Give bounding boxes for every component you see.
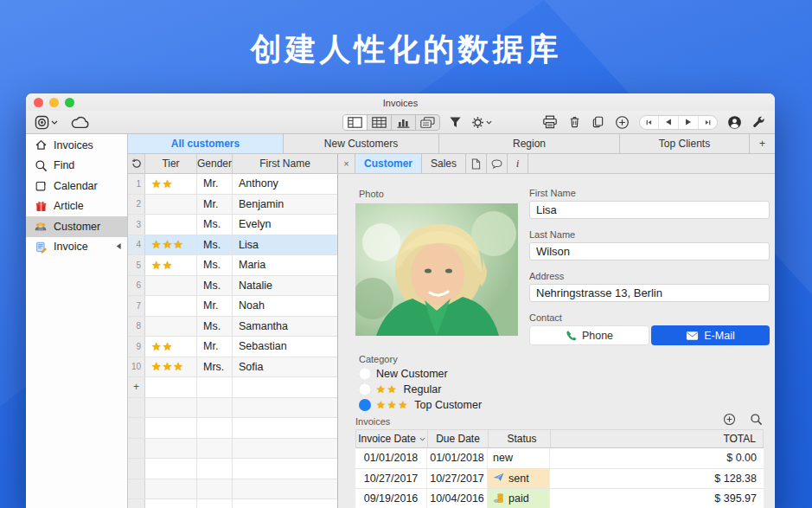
invoice-column-header-total[interactable]: TOTAL [551,430,763,447]
duplicate-record-button[interactable] [591,114,605,130]
table-view-button[interactable] [368,115,392,130]
filter-button[interactable] [448,115,463,130]
customer-row-sebastian[interactable]: 9★★Mr.Sebastian [128,337,337,357]
customer-row-lisa[interactable]: 4★★★Ms.Lisa [128,235,337,256]
account-button[interactable] [726,114,743,131]
print-layout-view-button[interactable] [416,115,439,130]
customer-row-maria[interactable]: 5★★Ms.Maria [128,255,337,276]
tier-cell[interactable]: ★★★ [145,235,197,255]
first-name-cell[interactable]: Sebastian [233,337,337,357]
gender-cell[interactable]: Mr. [197,195,233,215]
customer-row-evelyn[interactable]: 3Ms.Evelyn [128,215,337,235]
invoice-row[interactable]: 10/27/201710/27/2017sent$ 128.38 [355,469,764,490]
tier-cell[interactable] [145,276,197,296]
customer-row-benjamin[interactable]: 2Mr.Benjamin [128,195,337,215]
cloud-sync-button[interactable] [69,115,92,130]
view-tab-all-customers[interactable]: All customers [128,134,284,153]
chart-view-button[interactable] [392,115,416,130]
sidebar-item-calendar[interactable]: Calendar [26,176,127,196]
add-record-button[interactable] [614,114,630,131]
first-record-button[interactable] [640,116,659,129]
tier-cell[interactable] [145,195,197,215]
collapse-arrow-icon[interactable] [115,242,122,252]
gender-cell[interactable]: Ms. [197,215,233,235]
column-header-tier[interactable]: Tier [145,154,197,173]
last-name-input[interactable] [529,242,770,260]
column-header-gender[interactable]: Gender [197,154,233,173]
sidebar-item-customer[interactable]: Customer [26,216,127,237]
next-record-button[interactable] [679,116,699,129]
print-button[interactable] [541,114,559,130]
sidebar-item-invoice[interactable]: Invoice [26,237,127,258]
detail-close-tab[interactable]: × [338,154,355,173]
first-name-cell[interactable]: Evelyn [233,215,337,235]
detail-tab-sales[interactable]: Sales [422,154,466,173]
first-name-cell[interactable]: Benjamin [233,195,337,215]
category-option-new-customer[interactable]: New Customer [359,366,482,382]
customer-row-noah[interactable]: 7Mr.Noah [128,296,337,317]
tier-cell[interactable]: ★★ [145,337,197,357]
invoice-column-header-invoice-date[interactable]: Invoice Date [356,430,428,447]
refresh-cell[interactable] [128,154,145,173]
view-tab-new-customers[interactable]: New Customers [284,134,439,153]
add-view-tab[interactable]: + [750,134,775,153]
detail-tab-customer[interactable]: Customer [355,154,422,173]
document-tab[interactable] [466,154,487,173]
invoice-row[interactable]: 01/01/201801/01/2018new$ 0.00 [355,448,764,469]
invoice-column-header-due-date[interactable]: Due Date [428,430,489,447]
first-name-cell[interactable]: Sofia [233,357,337,377]
tier-cell[interactable] [145,215,197,235]
previous-record-button[interactable] [659,116,679,129]
first-name-cell[interactable]: Noah [233,296,337,316]
gender-cell[interactable]: Ms. [197,276,233,296]
first-name-cell[interactable]: Lisa [233,235,337,255]
gender-cell[interactable]: Mr. [197,174,233,194]
fullscreen-window-button[interactable] [65,98,74,107]
minimize-window-button[interactable] [49,98,59,107]
address-input[interactable] [529,284,770,302]
gender-cell[interactable]: Ms. [197,255,233,275]
invoice-row[interactable]: 09/19/201610/04/2016paid$ 395.97 [355,489,764,508]
radio-icon[interactable] [359,383,371,395]
sidebar-item-find[interactable]: Find [26,156,127,177]
add-row[interactable]: + [128,377,337,398]
delete-record-button[interactable] [567,114,582,130]
radio-icon[interactable] [359,368,371,380]
comments-tab[interactable] [487,154,508,173]
tier-cell[interactable] [145,317,197,337]
first-name-cell[interactable]: Natalie [233,276,337,296]
info-tab[interactable]: i [508,154,528,173]
customer-row-sofia[interactable]: 10★★★Mrs.Sofia [128,357,337,378]
tier-cell[interactable]: ★★★ [145,357,197,377]
last-record-button[interactable] [699,116,717,129]
close-window-button[interactable] [34,98,43,107]
first-name-cell[interactable]: Maria [233,255,337,275]
customer-row-samantha[interactable]: 8Ms.Samantha [128,317,337,338]
customer-row-anthony[interactable]: 1★★Mr.Anthony [128,174,337,195]
first-name-cell[interactable]: Samantha [233,317,337,337]
gender-cell[interactable]: Mrs. [197,357,233,377]
email-button[interactable]: E-Mail [651,325,770,345]
view-tab-region[interactable]: Region [439,134,620,153]
first-name-input[interactable] [529,201,770,219]
gender-cell[interactable]: Mr. [197,337,233,357]
add-invoice-button[interactable] [722,412,737,427]
customer-row-natalie[interactable]: 6Ms.Natalie [128,276,337,297]
sidebar-item-article[interactable]: Article [26,196,127,217]
gender-cell[interactable]: Ms. [197,235,233,255]
add-row-button[interactable]: + [128,377,145,397]
phone-button[interactable]: Phone [529,325,649,345]
form-view-button[interactable] [343,115,368,130]
database-menu-button[interactable] [34,114,59,131]
sidebar-item-invoices[interactable]: Invoices [26,135,127,156]
tier-cell[interactable]: ★★ [145,174,197,194]
invoice-column-header-status[interactable]: Status [489,430,551,447]
gender-cell[interactable]: Mr. [197,296,233,316]
tier-cell[interactable] [145,296,197,316]
view-tab-top-clients[interactable]: Top Clients [620,134,750,153]
tools-button[interactable] [751,115,766,130]
tier-cell[interactable]: ★★ [145,255,197,275]
gender-cell[interactable]: Ms. [197,317,233,337]
column-header-first-name[interactable]: First Name [233,154,337,173]
customer-photo[interactable] [355,203,518,336]
